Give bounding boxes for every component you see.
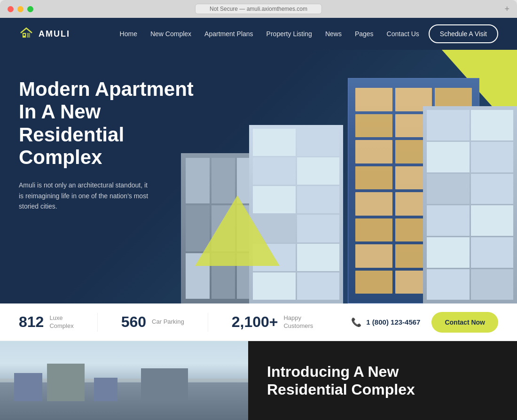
nav-news[interactable]: News bbox=[325, 30, 342, 38]
nav-links: Home New Complex Apartment Plans Propert… bbox=[120, 30, 419, 38]
stat-label-3: Happy Customers bbox=[283, 314, 313, 330]
stat-number-2: 560 bbox=[121, 313, 146, 331]
stat-divider-2 bbox=[208, 313, 208, 332]
phone-area: 📞 1 (800) 123-4567 bbox=[351, 317, 420, 327]
lower-image-buildings bbox=[0, 364, 248, 420]
hero-section: Modern Apartment In A New Residential Co… bbox=[0, 50, 517, 303]
logo-text: AMULI bbox=[39, 29, 70, 39]
hero-content: Modern Apartment In A New Residential Co… bbox=[19, 78, 197, 211]
contact-now-button[interactable]: Contact Now bbox=[431, 312, 498, 333]
nav-home[interactable]: Home bbox=[120, 30, 137, 38]
svg-rect-1 bbox=[27, 33, 30, 38]
close-button[interactable] bbox=[8, 6, 14, 12]
hero-building-area bbox=[181, 50, 517, 303]
lower-section: Introducing A New Residential Complex bbox=[0, 341, 517, 420]
nav-new-complex[interactable]: New Complex bbox=[150, 30, 191, 38]
traffic-lights bbox=[8, 6, 33, 12]
svg-rect-2 bbox=[24, 34, 25, 36]
lower-dark-section: Introducing A New Residential Complex bbox=[248, 341, 517, 420]
stat-luxe-complex: 812 Luxe Complex bbox=[19, 313, 74, 331]
nav-pages[interactable]: Pages bbox=[355, 30, 374, 38]
stat-label-1: Luxe Complex bbox=[49, 314, 73, 330]
logo-icon bbox=[19, 26, 34, 42]
logo[interactable]: AMULI bbox=[19, 26, 70, 42]
nav-property-listing[interactable]: Property Listing bbox=[266, 30, 312, 38]
hero-description: Amuli is not only an architectural stand… bbox=[19, 180, 150, 211]
window-chrome: Not Secure — amuli.axiomthemes.com + bbox=[0, 0, 517, 18]
nav-contact-us[interactable]: Contact Us bbox=[387, 30, 419, 38]
lower-image bbox=[0, 341, 248, 420]
nav-apartment-plans[interactable]: Apartment Plans bbox=[204, 30, 253, 38]
address-bar-text: Not Secure — amuli.axiomthemes.com bbox=[210, 6, 307, 12]
stats-bar: 812 Luxe Complex 560 Car Parking 2,100+ … bbox=[0, 303, 517, 341]
building-right bbox=[423, 106, 517, 303]
yellow-triangle-bottom bbox=[195, 195, 280, 266]
phone-icon: 📞 bbox=[351, 317, 361, 327]
stat-number-1: 812 bbox=[19, 313, 44, 331]
lower-title: Introducing A New Residential Complex bbox=[267, 363, 498, 399]
new-tab-button[interactable]: + bbox=[504, 4, 509, 14]
phone-number: 1 (800) 123-4567 bbox=[366, 318, 420, 326]
address-bar[interactable]: Not Secure — amuli.axiomthemes.com bbox=[195, 4, 322, 14]
browser-content: AMULI Home New Complex Apartment Plans P… bbox=[0, 18, 517, 420]
stat-happy-customers: 2,100+ Happy Customers bbox=[232, 313, 313, 331]
navigation: AMULI Home New Complex Apartment Plans P… bbox=[0, 18, 517, 50]
stats-right: 📞 1 (800) 123-4567 Contact Now bbox=[351, 312, 498, 333]
stat-number-3: 2,100+ bbox=[232, 313, 278, 331]
minimize-button[interactable] bbox=[17, 6, 24, 12]
schedule-visit-button[interactable]: Schedule A Visit bbox=[429, 24, 498, 43]
stat-divider-1 bbox=[97, 313, 98, 332]
hero-title: Modern Apartment In A New Residential Co… bbox=[19, 78, 197, 169]
maximize-button[interactable] bbox=[27, 6, 33, 12]
stat-car-parking: 560 Car Parking bbox=[121, 313, 184, 331]
stat-label-2: Car Parking bbox=[152, 318, 184, 326]
